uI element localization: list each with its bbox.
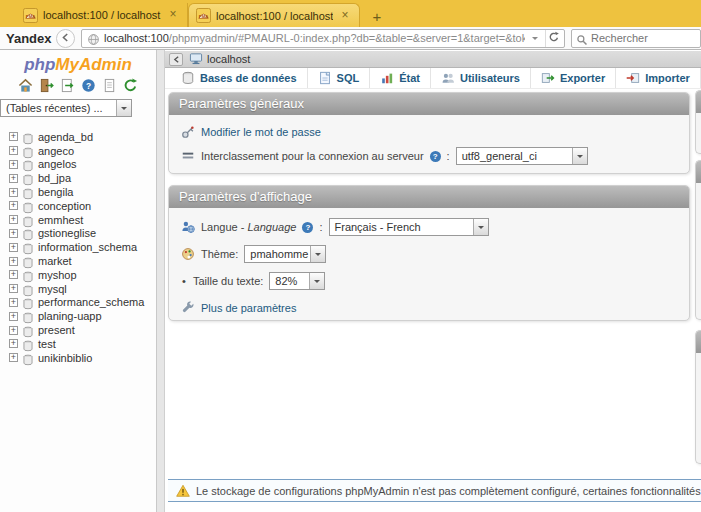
main-panel: localhost Bases de données SQL État Util…: [165, 50, 701, 512]
users-icon: [441, 71, 455, 85]
database-icon: [22, 296, 34, 308]
address-bar[interactable]: localhost:100/phpmyadmin/#PMAURL-0:index…: [81, 29, 565, 48]
pma-docs-icon[interactable]: [102, 78, 117, 93]
status-icon: [380, 71, 394, 85]
server-tab[interactable]: Utilisateurs: [431, 68, 531, 88]
database-item[interactable]: test: [0, 337, 156, 351]
database-item[interactable]: gstioneglise: [0, 227, 156, 241]
search-box[interactable]: [571, 29, 701, 48]
expand-icon[interactable]: [9, 188, 18, 197]
expand-icon[interactable]: [9, 353, 18, 362]
panel-divider[interactable]: [157, 50, 165, 512]
database-item[interactable]: angelos: [0, 158, 156, 172]
browser-tab-1[interactable]: PMA localhost:100 / localhost / ...: [16, 3, 188, 27]
database-item[interactable]: unikinbiblio: [0, 351, 156, 365]
chevron-down-icon: [572, 148, 587, 164]
expand-icon[interactable]: [9, 270, 18, 279]
navigation-panel: phpMyAdmin ? (Tables récentes) ... agend…: [0, 50, 157, 512]
expand-icon[interactable]: [9, 174, 18, 183]
pma-favicon-icon: PMA: [23, 8, 38, 23]
fontsize-select[interactable]: 82%: [269, 272, 325, 290]
database-item[interactable]: planing-uapp: [0, 309, 156, 323]
theme-icon: [181, 247, 195, 261]
database-item[interactable]: myshop: [0, 268, 156, 282]
refresh-icon[interactable]: [123, 78, 138, 93]
expand-icon[interactable]: [9, 229, 18, 238]
help-icon[interactable]: [430, 151, 441, 162]
expand-icon[interactable]: [9, 215, 18, 224]
panel-title: Paramètres d'affichage: [169, 186, 689, 208]
database-icon: [22, 172, 34, 184]
server-tab[interactable]: Bases de données: [171, 68, 308, 88]
database-item[interactable]: angeco: [0, 144, 156, 158]
database-item[interactable]: mysql: [0, 282, 156, 296]
expand-icon[interactable]: [9, 284, 18, 293]
expand-icon[interactable]: [9, 132, 18, 141]
expand-icon[interactable]: [9, 312, 18, 321]
collapse-nav-button[interactable]: [169, 53, 183, 66]
server-tab[interactable]: SQL: [308, 68, 371, 88]
database-item[interactable]: agenda_bd: [0, 130, 156, 144]
server-tabs: Bases de données SQL État Utilisateurs E…: [165, 68, 701, 89]
database-icon: [22, 158, 34, 170]
back-button[interactable]: [56, 29, 75, 48]
database-item[interactable]: conception: [0, 199, 156, 213]
expand-icon[interactable]: [9, 146, 18, 155]
reload-button[interactable]: [545, 30, 562, 47]
database-item[interactable]: market: [0, 254, 156, 268]
browser-tab-title: localhost:100 / localhost / ...: [43, 9, 161, 21]
server-tab[interactable]: Exporter: [531, 68, 616, 88]
svg-text:?: ?: [86, 81, 91, 91]
browser-tab-2[interactable]: PMA localhost:100 / localhost | ...: [188, 3, 360, 27]
expand-icon[interactable]: [9, 160, 18, 169]
expand-icon[interactable]: [9, 257, 18, 266]
expand-icon[interactable]: [9, 243, 18, 252]
expand-icon[interactable]: [9, 298, 18, 307]
svg-text:PMA: PMA: [26, 13, 35, 18]
database-icon: [22, 255, 34, 267]
database-icon: [22, 214, 34, 226]
appearance-settings-panel: Paramètres d'affichage Langue - Language…: [168, 185, 690, 321]
close-icon[interactable]: [166, 8, 180, 22]
phpmyadmin-logo[interactable]: phpMyAdmin: [0, 53, 156, 76]
bullet-icon: [181, 275, 187, 287]
sql-window-icon[interactable]: [60, 78, 75, 93]
left-arrow-icon: [172, 50, 181, 68]
database-item[interactable]: present: [0, 323, 156, 337]
close-icon[interactable]: [338, 9, 352, 23]
history-dropdown-icon[interactable]: [529, 33, 541, 43]
breadcrumb: localhost: [189, 53, 250, 65]
theme-select[interactable]: pmahomme: [244, 245, 326, 263]
new-tab-button[interactable]: [364, 7, 390, 27]
home-icon[interactable]: [18, 78, 33, 93]
expand-icon[interactable]: [9, 201, 18, 210]
language-select[interactable]: Français - French: [329, 218, 489, 236]
server-tab[interactable]: Importer: [616, 68, 701, 88]
right-column-panel-cutoff: [695, 330, 701, 464]
database-item[interactable]: bengila: [0, 185, 156, 199]
mysql-docs-icon[interactable]: ?: [81, 78, 96, 93]
chevron-down-icon: [116, 100, 131, 116]
collation-select[interactable]: utf8_general_ci: [456, 147, 588, 165]
browser-tabstrip: PMA localhost:100 / localhost / ... PMA …: [0, 0, 701, 27]
search-input[interactable]: [591, 32, 681, 44]
chevron-down-icon: [473, 219, 488, 235]
search-icon: [576, 32, 588, 44]
logout-icon[interactable]: [39, 78, 54, 93]
database-item[interactable]: information_schema: [0, 240, 156, 254]
database-icon: [22, 145, 34, 157]
database-item[interactable]: emmhest: [0, 213, 156, 227]
back-icon: [60, 29, 71, 47]
panel-title: Paramètres généraux: [169, 93, 689, 115]
change-password-link[interactable]: Modifier le mot de passe: [201, 126, 321, 138]
database-icon: [181, 71, 195, 85]
expand-icon[interactable]: [9, 326, 18, 335]
expand-icon[interactable]: [9, 339, 18, 348]
database-item[interactable]: bd_jpa: [0, 171, 156, 185]
recent-tables-select[interactable]: (Tables récentes) ...: [0, 99, 132, 117]
more-settings-link[interactable]: Plus de paramètres: [201, 302, 296, 314]
database-item[interactable]: performance_schema: [0, 296, 156, 310]
server-tab[interactable]: État: [370, 68, 431, 88]
svg-text:PMA: PMA: [199, 14, 208, 19]
help-icon[interactable]: [302, 222, 313, 233]
